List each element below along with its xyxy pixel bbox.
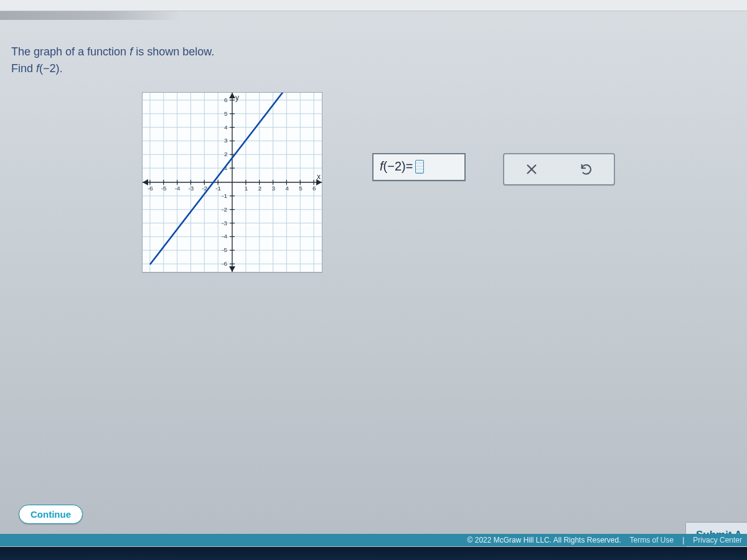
answer-toolbox [503,153,615,185]
prompt-line1-pre: The graph of a function [11,45,129,58]
prompt-line2-arg: (−2) [39,62,60,75]
x-axis-label: x [317,172,321,181]
y-axis-label: y [235,93,239,102]
answer-arg: (−2) [383,159,406,174]
svg-text:3: 3 [272,185,276,192]
progress-shadow [0,11,181,20]
answer-equals: = [406,159,413,174]
footer-sep: | [682,536,684,544]
svg-marker-27 [229,266,235,272]
graph-panel: -6 -5 -4 -3 -2 -1 1 2 3 4 5 6 6 5 4 [142,92,322,273]
svg-text:4: 4 [224,124,228,131]
svg-text:-4: -4 [175,185,181,192]
svg-text:6: 6 [224,96,228,103]
clear-button[interactable] [519,158,544,180]
footer-privacy-link[interactable]: Privacy Center [693,536,742,544]
browser-chrome-top [0,0,747,11]
svg-text:-2: -2 [222,206,227,213]
svg-text:4: 4 [285,185,289,192]
x-icon [525,162,538,176]
svg-text:5: 5 [299,185,303,192]
svg-marker-26 [229,93,235,98]
undo-icon [580,162,593,176]
function-line [150,93,287,264]
svg-text:-3: -3 [188,185,194,192]
svg-text:-4: -4 [222,233,227,240]
reset-button[interactable] [574,158,599,180]
svg-text:3: 3 [224,137,228,144]
svg-text:6: 6 [312,185,316,192]
prompt-line2-pre: Find [11,62,36,75]
svg-text:-6: -6 [222,260,227,267]
question-row: -6 -5 -4 -3 -2 -1 1 2 3 4 5 6 6 5 4 [11,92,735,273]
os-taskbar [0,547,747,560]
answer-area: f(−2) = [372,153,615,185]
prompt-line1-post: is shown below. [133,45,214,58]
svg-text:-1: -1 [215,185,221,192]
svg-text:1: 1 [245,185,248,192]
answer-blank-icon[interactable] [415,160,424,174]
svg-text:-3: -3 [222,220,227,226]
answer-input-box[interactable]: f(−2) = [372,153,466,181]
svg-text:2: 2 [258,185,262,192]
graph-svg: -6 -5 -4 -3 -2 -1 1 2 3 4 5 6 6 5 4 [143,93,322,272]
footer-copyright: © 2022 McGraw Hill LLC. All Rights Reser… [467,536,621,544]
continue-button[interactable]: Continue [19,505,83,524]
question-prompt: The graph of a function f is shown below… [11,44,735,77]
svg-text:-5: -5 [222,246,227,253]
svg-text:5: 5 [224,110,228,117]
svg-text:-1: -1 [222,192,227,199]
svg-text:2: 2 [224,151,228,157]
question-content: The graph of a function f is shown below… [0,25,747,534]
svg-text:-5: -5 [161,185,167,192]
y-tick-labels: 6 5 4 3 2 1 -1 -2 -3 -4 -5 -6 [222,96,228,267]
prompt-line2-post: . [60,62,63,75]
footer-bar: © 2022 McGraw Hill LLC. All Rights Reser… [0,534,747,546]
svg-text:-6: -6 [148,185,153,192]
footer-terms-link[interactable]: Terms of Use [629,536,674,544]
